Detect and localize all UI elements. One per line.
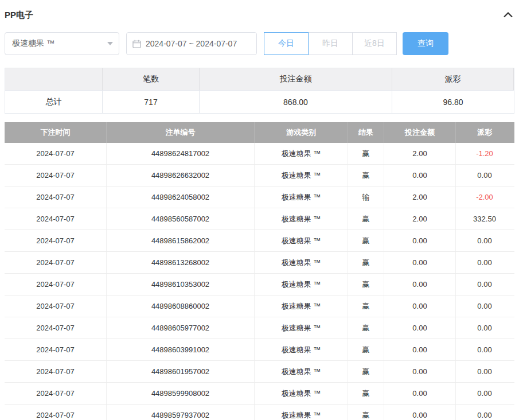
table-cell: 44898605977002 bbox=[107, 317, 255, 339]
table-cell: 44898610353002 bbox=[107, 274, 255, 295]
summary-total-bet-amount: 868.00 bbox=[200, 91, 392, 113]
column-header-bet-id: 注单编号 bbox=[107, 122, 255, 143]
table-row: 2024-07-0744898560587002极速糖果 ™赢2.00332.5… bbox=[5, 208, 514, 230]
table-row: 2024-07-0744898608860002极速糖果 ™赢0.000.00 bbox=[5, 295, 514, 317]
table-cell: 极速糖果 ™ bbox=[255, 143, 348, 164]
column-header-bet-time: 下注时间 bbox=[5, 122, 107, 143]
table-cell: 0.00 bbox=[384, 252, 456, 273]
table-cell: 2024-07-07 bbox=[5, 252, 107, 273]
table-cell: 332.50 bbox=[456, 208, 513, 230]
table-cell: 2.00 bbox=[384, 186, 456, 208]
table-cell: 赢 bbox=[348, 208, 384, 230]
chevron-down-icon bbox=[107, 42, 113, 45]
summary-header-row: 笔数 投注金额 派彩 bbox=[5, 68, 514, 90]
table-cell: 2024-07-07 bbox=[5, 165, 107, 186]
table-cell: 44898597937002 bbox=[107, 405, 255, 420]
table-row: 2024-07-0744898605977002极速糖果 ™赢0.000.00 bbox=[5, 317, 514, 339]
column-header-bet-amount: 投注金额 bbox=[384, 122, 456, 143]
bet-table-body: 2024-07-0744898624817002极速糖果 ™赢2.00-1.20… bbox=[5, 143, 514, 420]
table-cell: 赢 bbox=[348, 252, 384, 273]
table-cell: 44898599908002 bbox=[107, 383, 255, 404]
table-cell: 极速糖果 ™ bbox=[255, 208, 348, 230]
game-select[interactable]: 极速糖果 ™ bbox=[5, 32, 119, 55]
table-cell: 赢 bbox=[348, 165, 384, 186]
column-header-result: 结果 bbox=[348, 122, 384, 143]
date-range-value: 2024-07-07 ~ 2024-07-07 bbox=[146, 39, 237, 48]
table-cell: 输 bbox=[348, 186, 384, 208]
table-row: 2024-07-0744898599908002极速糖果 ™赢0.000.00 bbox=[5, 383, 514, 405]
column-header-payout: 派彩 bbox=[456, 122, 513, 143]
table-cell: 赢 bbox=[348, 317, 384, 339]
table-row: 2024-07-0744898613268002极速糖果 ™赢0.000.00 bbox=[5, 252, 514, 274]
table-cell: 2024-07-07 bbox=[5, 274, 107, 295]
table-cell: 0.00 bbox=[456, 165, 513, 186]
table-cell: 0.00 bbox=[384, 383, 456, 404]
table-row: 2024-07-0744898615862002极速糖果 ™赢0.000.00 bbox=[5, 230, 514, 252]
today-button[interactable]: 今日 bbox=[264, 32, 309, 55]
table-cell: 44898608860002 bbox=[107, 295, 255, 317]
table-cell: 极速糖果 ™ bbox=[255, 339, 348, 360]
summary-header-blank bbox=[5, 68, 103, 90]
table-cell: 赢 bbox=[348, 274, 384, 295]
table-cell: 极速糖果 ™ bbox=[255, 361, 348, 382]
table-cell: 2024-07-07 bbox=[5, 405, 107, 420]
page-title: PP电子 bbox=[5, 10, 33, 21]
table-cell: 赢 bbox=[348, 230, 384, 251]
table-cell: 2024-07-07 bbox=[5, 317, 107, 339]
table-cell: -1.20 bbox=[456, 143, 513, 164]
table-cell: 0.00 bbox=[384, 339, 456, 360]
section-header: PP电子 bbox=[5, 8, 514, 22]
table-cell: 0.00 bbox=[456, 295, 513, 317]
table-cell: 0.00 bbox=[456, 252, 513, 273]
table-cell: 2024-07-07 bbox=[5, 208, 107, 230]
summary-total-count: 717 bbox=[103, 91, 200, 113]
table-cell: 极速糖果 ™ bbox=[255, 295, 348, 317]
game-select-value: 极速糖果 ™ bbox=[12, 38, 54, 49]
table-cell: 0.00 bbox=[384, 405, 456, 420]
yesterday-button[interactable]: 昨日 bbox=[308, 32, 353, 55]
table-cell: 极速糖果 ™ bbox=[255, 186, 348, 208]
table-cell: 2.00 bbox=[384, 208, 456, 230]
summary-header-count: 笔数 bbox=[103, 68, 200, 90]
filter-bar: 极速糖果 ™ 2024-07-07 ~ 2024-07-07 今日 昨日 近8日… bbox=[5, 32, 514, 55]
table-cell: 0.00 bbox=[384, 274, 456, 295]
date-range-input[interactable]: 2024-07-07 ~ 2024-07-07 bbox=[126, 32, 257, 55]
table-cell: 极速糖果 ™ bbox=[255, 230, 348, 251]
table-cell: 44898615862002 bbox=[107, 230, 255, 251]
table-cell: 44898560587002 bbox=[107, 208, 255, 230]
table-cell: 极速糖果 ™ bbox=[255, 405, 348, 420]
table-cell: 2.00 bbox=[384, 143, 456, 164]
table-cell: 44898624058002 bbox=[107, 186, 255, 208]
table-row: 2024-07-0744898624817002极速糖果 ™赢2.00-1.20 bbox=[5, 143, 514, 165]
table-cell: 0.00 bbox=[456, 230, 513, 251]
pp-electronics-panel: PP电子 极速糖果 ™ 2024-07-07 ~ 2024-07-07 今日 昨… bbox=[0, 0, 519, 420]
table-cell: 0.00 bbox=[456, 274, 513, 295]
table-cell: 44898613268002 bbox=[107, 252, 255, 273]
table-cell: 极速糖果 ™ bbox=[255, 165, 348, 186]
table-cell: 2024-07-07 bbox=[5, 339, 107, 360]
table-cell: 2024-07-07 bbox=[5, 295, 107, 317]
table-cell: 0.00 bbox=[384, 165, 456, 186]
summary-total-label: 总计 bbox=[5, 91, 103, 113]
calendar-icon bbox=[132, 40, 141, 48]
table-cell: 赢 bbox=[348, 339, 384, 360]
table-header-row: 下注时间 注单编号 游戏类别 结果 投注金额 派彩 bbox=[5, 122, 514, 143]
table-cell: 极速糖果 ™ bbox=[255, 383, 348, 404]
table-cell: 0.00 bbox=[456, 317, 513, 339]
table-row: 2024-07-0744898610353002极速糖果 ™赢0.000.00 bbox=[5, 274, 514, 295]
table-cell: 0.00 bbox=[456, 339, 513, 360]
table-cell: 赢 bbox=[348, 361, 384, 382]
table-cell: 0.00 bbox=[384, 295, 456, 317]
table-cell: 赢 bbox=[348, 143, 384, 164]
last-8-days-button[interactable]: 近8日 bbox=[352, 32, 397, 55]
collapse-button[interactable] bbox=[502, 9, 514, 21]
table-cell: 2024-07-07 bbox=[5, 230, 107, 251]
table-cell: 0.00 bbox=[456, 383, 513, 404]
table-cell: 0.00 bbox=[384, 361, 456, 382]
search-button[interactable]: 查询 bbox=[403, 32, 448, 55]
quick-date-buttons: 今日 昨日 近8日 bbox=[264, 32, 397, 55]
table-cell: -2.00 bbox=[456, 186, 513, 208]
table-cell: 极速糖果 ™ bbox=[255, 274, 348, 295]
table-cell: 赢 bbox=[348, 405, 384, 420]
table-cell: 0.00 bbox=[384, 230, 456, 251]
